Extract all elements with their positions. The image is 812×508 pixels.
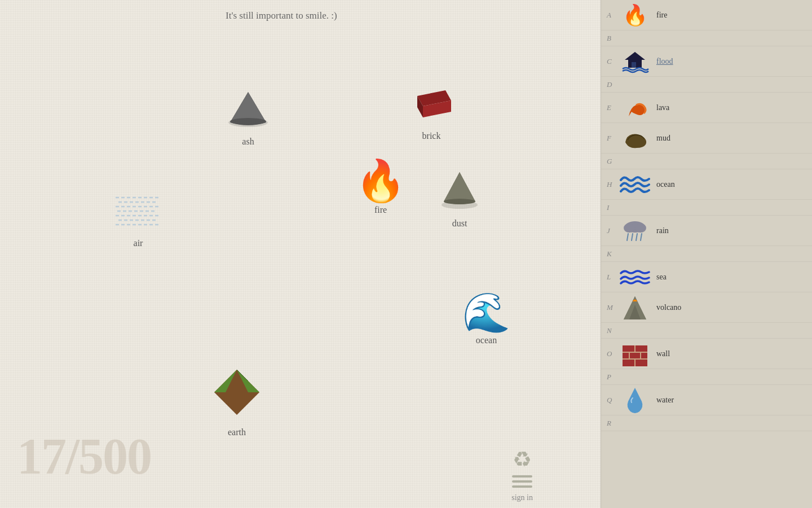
sidebar-item-volcano[interactable]: M volcano: [601, 292, 812, 323]
svg-line-17: [627, 234, 628, 240]
sidebar-letter-i: I: [607, 203, 618, 212]
sidebar-letter-p: P: [607, 373, 618, 382]
recycle-icon[interactable]: ♻: [513, 447, 532, 472]
right-sidebar: A 🔥 fire B C flood: [601, 0, 812, 508]
menu-icon[interactable]: [512, 475, 532, 488]
sidebar-volcano-icon: [618, 295, 652, 320]
sidebar-item-water[interactable]: Q water: [601, 385, 812, 415]
sidebar-water-icon: [618, 387, 652, 413]
sidebar-mud-icon: [618, 125, 652, 151]
element-ash[interactable]: ash: [226, 87, 271, 147]
fire-icon: 🔥: [355, 161, 406, 202]
sidebar-item-wall[interactable]: O wall: [601, 339, 812, 369]
ash-label: ash: [242, 137, 254, 147]
svg-point-15: [624, 224, 635, 233]
sidebar-flood-label: flood: [656, 57, 673, 66]
ash-icon: [226, 87, 271, 133]
sidebar-letter-c: C: [607, 57, 618, 66]
sidebar-letter-r: R: [607, 419, 618, 428]
sidebar-fire-icon: 🔥: [618, 2, 652, 28]
dust-icon: [437, 167, 482, 215]
sidebar-wall-icon: [618, 341, 652, 366]
svg-point-3: [444, 199, 475, 204]
air-icon: [113, 192, 164, 235]
sign-in-text[interactable]: sign in: [511, 493, 533, 502]
sidebar-ocean-icon: [618, 172, 652, 197]
ocean-label: ocean: [476, 335, 497, 345]
main-canvas: It's still important to smile. :) 17/500…: [0, 0, 601, 508]
sidebar-lava-icon: [618, 95, 652, 120]
sidebar-letter-g: G: [607, 157, 618, 166]
sidebar-item-i: I: [601, 200, 812, 216]
sidebar-item-sea[interactable]: L sea: [601, 262, 812, 292]
progress-counter: 17/500: [17, 427, 151, 485]
sidebar-mud-label: mud: [656, 134, 670, 143]
svg-line-19: [636, 234, 637, 240]
sidebar-item-g: G: [601, 154, 812, 169]
svg-line-20: [641, 234, 642, 240]
sidebar-item-mud[interactable]: F mud: [601, 123, 812, 154]
element-brick[interactable]: brick: [406, 85, 457, 141]
element-air[interactable]: air: [113, 192, 164, 248]
sidebar-list: A 🔥 fire B C flood: [601, 0, 812, 485]
bottom-actions: ♻ sign in: [511, 447, 533, 502]
element-earth[interactable]: earth: [209, 364, 265, 437]
sidebar-item-r: R: [601, 415, 812, 431]
ocean-main-icon: 🌊: [462, 294, 510, 332]
sidebar-letter-n: N: [607, 326, 618, 335]
brick-icon: [406, 85, 457, 128]
sidebar-wall-label: wall: [656, 349, 670, 358]
fire-label: fire: [374, 205, 387, 215]
svg-line-18: [632, 234, 633, 240]
element-ocean[interactable]: 🌊 ocean: [462, 294, 510, 345]
sidebar-rain-icon: [618, 218, 652, 243]
sidebar-letter-f: F: [607, 134, 618, 143]
svg-point-1: [230, 118, 266, 125]
sidebar-letter-e: E: [607, 103, 618, 112]
sidebar-item-flood[interactable]: C flood: [601, 46, 812, 77]
sidebar-item-rain[interactable]: J rain: [601, 216, 812, 246]
earth-label: earth: [228, 427, 246, 437]
sidebar-item-d: D: [601, 77, 812, 93]
svg-rect-13: [632, 62, 636, 68]
sidebar-lava-label: lava: [656, 103, 669, 112]
sidebar-letter-h: H: [607, 180, 618, 189]
sidebar-fire-label: fire: [656, 11, 667, 20]
sidebar-item-k: K: [601, 246, 812, 262]
sidebar-ocean-label: ocean: [656, 180, 675, 189]
dust-label: dust: [452, 218, 467, 229]
sidebar-item-b: B: [601, 30, 812, 46]
tagline: It's still important to smile. :): [226, 10, 337, 21]
brick-label: brick: [422, 131, 441, 141]
sidebar-letter-k: K: [607, 249, 618, 259]
sidebar-item-lava[interactable]: E lava: [601, 93, 812, 123]
sidebar-letter-q: Q: [607, 396, 618, 405]
sidebar-item-p: P: [601, 369, 812, 385]
sidebar-letter-o: O: [607, 349, 618, 358]
sidebar-letter-j: J: [607, 226, 618, 235]
air-label: air: [134, 238, 143, 248]
sidebar-rain-label: rain: [656, 226, 669, 235]
sidebar-item-n: N: [601, 323, 812, 339]
earth-icon: [209, 364, 265, 424]
sidebar-sea-label: sea: [656, 273, 667, 282]
sidebar-sea-icon: [618, 264, 652, 290]
sidebar-letter-d: D: [607, 80, 618, 89]
sidebar-letter-b: B: [607, 34, 618, 43]
element-fire[interactable]: 🔥 fire: [355, 161, 406, 215]
element-dust[interactable]: dust: [437, 167, 482, 229]
sidebar-letter-l: L: [607, 273, 618, 282]
sidebar-item-fire[interactable]: A 🔥 fire: [601, 0, 812, 30]
sidebar-flood-icon: [618, 49, 652, 74]
sidebar-water-label: water: [656, 396, 674, 405]
svg-marker-12: [625, 52, 645, 60]
sidebar-letter-a: A: [607, 11, 618, 20]
sidebar-letter-m: M: [607, 303, 618, 312]
sidebar-volcano-label: volcano: [656, 303, 681, 312]
sidebar-item-ocean[interactable]: H ocean: [601, 169, 812, 200]
svg-point-16: [635, 224, 646, 233]
